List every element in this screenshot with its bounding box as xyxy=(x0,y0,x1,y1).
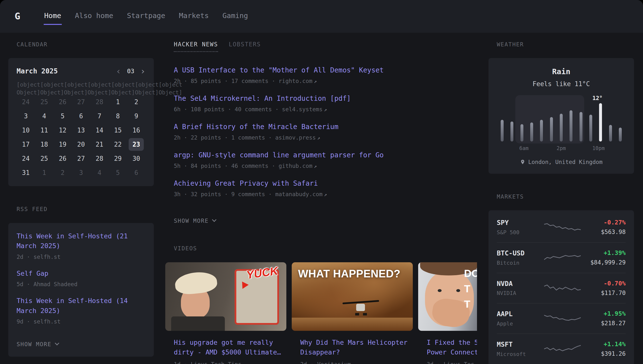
calendar-day-cell: 28 xyxy=(90,95,109,109)
market-sparkline xyxy=(544,312,581,325)
market-change: -0.27% xyxy=(581,218,626,227)
calendar-day-cell: 29 xyxy=(109,152,127,166)
news-domain-link[interactable]: righto.com↗ xyxy=(279,78,317,84)
news-tab[interactable]: HACKER NEWS xyxy=(174,40,218,52)
weather-hour-bar xyxy=(609,125,612,142)
calendar-day: 18 xyxy=(37,138,52,151)
calendar-day: 28 xyxy=(92,152,107,165)
video-title-link[interactable]: I Fixed the 5 Power Connect xyxy=(427,338,477,358)
top-navigation: G HomeAlso homeStartpageMarketsGaming xyxy=(0,0,643,33)
weather-time-label: 2pm xyxy=(556,145,566,152)
calendar-day: 29 xyxy=(110,152,126,165)
market-row[interactable]: MSFT Microsoft +1.14% $391.26 xyxy=(497,334,626,364)
market-identity: BTC-USD Bitcoin xyxy=(497,248,544,267)
market-row[interactable]: BTC-USD Bitcoin +1.39% $84,999.29 xyxy=(497,242,626,273)
calendar-day: 11 xyxy=(37,124,52,136)
calendar-day: 25 xyxy=(37,96,52,108)
calendar-day: 3 xyxy=(18,110,34,122)
nav-tab[interactable]: Gaming xyxy=(222,8,249,25)
calendar-day-cell: 27 xyxy=(72,95,90,109)
calendar-controls: ‹ 03 › xyxy=(116,67,146,76)
news-title-link[interactable]: The SeL4 Microkernel: An Introduction [p… xyxy=(174,94,351,103)
calendar-next-icon[interactable]: › xyxy=(140,67,146,76)
market-row[interactable]: AAPL Apple +1.95% $218.27 xyxy=(497,303,626,334)
market-row[interactable]: NVDA NVIDIA -0.70% $117.70 xyxy=(497,273,626,303)
news-meta: 5h · 84 points · 46 comments · github.co… xyxy=(174,162,477,170)
calendar-day-cell: 18 xyxy=(35,137,53,152)
market-row[interactable]: SPY S&P 500 -0.27% $563.98 xyxy=(497,212,626,242)
calendar-day: 14 xyxy=(92,124,107,136)
news-title-link[interactable]: argp: GNU-style command line argument pa… xyxy=(174,151,384,160)
news-meta-text: 6h · 108 points · 40 comments · xyxy=(174,106,282,112)
chevron-down-icon xyxy=(55,341,59,346)
video-title-link[interactable]: His upgrade got me really dirty - AMD $5… xyxy=(174,338,286,358)
dashboard-page: G HomeAlso homeStartpageMarketsGaming CA… xyxy=(0,0,643,364)
calendar-day: 5 xyxy=(110,166,126,179)
middle-column: HACKER NEWSLOBSTERS A USB Interface to t… xyxy=(165,40,477,364)
news-title-link[interactable]: A Brief History of the Miracle Bacterium xyxy=(174,122,338,131)
calendar-day-cell: 6 xyxy=(127,166,146,180)
rss-show-more-button[interactable]: SHOW MORE xyxy=(17,340,59,348)
left-column: CALENDAR March 2025 ‹ 03 › [object Objec… xyxy=(8,40,154,364)
news-meta: 6h · 108 points · 40 comments · sel4.sys… xyxy=(174,106,477,113)
calendar-day: 15 xyxy=(110,124,126,136)
daytime-highlight xyxy=(515,95,584,144)
video-thumbnail[interactable]: WHAT HAPPENED? xyxy=(292,262,413,331)
rss-item-link[interactable]: Self Gap xyxy=(17,268,146,278)
calendar-day-cell: 30 xyxy=(127,152,146,166)
video-card: DO T T I Fixed the 5 Power Connect 3d · … xyxy=(418,262,477,364)
calendar-day: 8 xyxy=(110,110,126,122)
calendar-day: 20 xyxy=(74,138,89,151)
news-show-more-label: SHOW MORE xyxy=(174,217,209,225)
rss-item-meta: 2d · selfh.st xyxy=(17,253,146,261)
video-title-link[interactable]: Why Did The Mars Helicopter Disappear? xyxy=(300,338,413,358)
rss-item-link[interactable]: This Week in Self-Hosted (14 March 2025) xyxy=(17,296,146,316)
calendar-day-cell: 1 xyxy=(35,166,53,180)
market-price: $391.26 xyxy=(581,350,626,358)
news-domain-text: github.com xyxy=(279,163,312,169)
market-change: +1.14% xyxy=(581,340,626,348)
external-link-icon: ↗ xyxy=(316,135,320,141)
rss-list: This Week in Self-Hosted (21 March 2025)… xyxy=(17,231,146,326)
news-title-link[interactable]: A USB Interface to the "Mother of All De… xyxy=(174,66,384,75)
news-tab[interactable]: LOBSTERS xyxy=(229,40,261,52)
news-meta: 2h · 22 points · 1 comments · asimov.pre… xyxy=(174,134,477,142)
calendar-day-cell: 28 xyxy=(90,152,109,166)
weather-hour-bar xyxy=(579,112,582,142)
weather-condition: Rain xyxy=(501,66,622,77)
calendar-day: 27 xyxy=(74,152,89,165)
calendar-day: 9 xyxy=(129,110,144,122)
nav-tab[interactable]: Also home xyxy=(75,8,114,25)
rss-item: Self Gap 5d · Ahmad Shadeed xyxy=(17,268,146,288)
video-thumbnail[interactable]: YUCK xyxy=(165,262,286,331)
calendar-day-cell: 16 xyxy=(127,123,146,137)
news-domain-link[interactable]: github.com↗ xyxy=(279,163,317,169)
news-domain-link[interactable]: sel4.systems↗ xyxy=(282,106,327,112)
weather-hour-bar xyxy=(501,120,504,142)
rss-item: This Week in Self-Hosted (14 March 2025)… xyxy=(17,296,146,326)
news-item: The SeL4 Microkernel: An Introduction [p… xyxy=(174,94,477,114)
video-thumbnail[interactable]: DO T T xyxy=(418,262,477,331)
calendar-prev-icon[interactable]: ‹ xyxy=(116,67,121,76)
news-title-link[interactable]: Achieving Great Privacy with Safari xyxy=(174,179,318,188)
nav-tab[interactable]: Startpage xyxy=(127,8,166,25)
calendar-day-cell: 20 xyxy=(72,137,90,152)
calendar-day: 6 xyxy=(129,166,144,179)
calendar-day-cell: 21 xyxy=(90,137,109,152)
calendar-day: 10 xyxy=(18,124,34,136)
nav-tab[interactable]: Home xyxy=(44,8,62,25)
nav-tab[interactable]: Markets xyxy=(179,8,209,25)
news-show-more-button[interactable]: SHOW MORE xyxy=(174,217,216,225)
weather-hour-bar xyxy=(599,103,602,142)
news-domain-link[interactable]: asimov.press↗ xyxy=(275,134,320,141)
rss-item-link[interactable]: This Week in Self-Hosted (21 March 2025) xyxy=(17,231,146,251)
calendar-day-cell: 11 xyxy=(35,123,53,137)
news-meta: 2h · 85 points · 17 comments · righto.co… xyxy=(174,77,477,85)
videos-widget: VIDEOS YUCK His upgrade got me really di… xyxy=(165,244,477,364)
news-item: Achieving Great Privacy with Safari 3h ·… xyxy=(174,179,477,198)
news-domain-link[interactable]: matanabudy.com↗ xyxy=(275,191,327,197)
rss-item: This Week in Self-Hosted (21 March 2025)… xyxy=(17,231,146,261)
weather-time-label: 6am xyxy=(519,145,528,152)
news-item: argp: GNU-style command line argument pa… xyxy=(174,150,477,170)
calendar-day: 24 xyxy=(18,152,34,165)
